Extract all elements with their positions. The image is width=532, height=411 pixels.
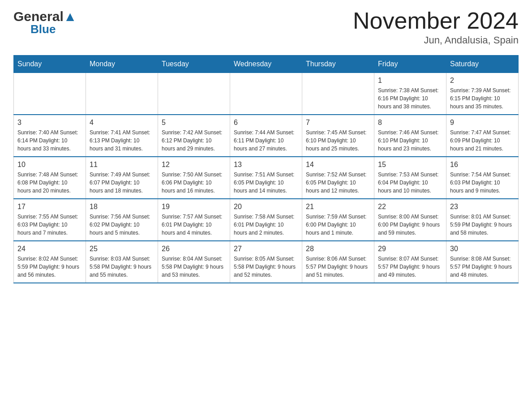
logo: General ▲ Blue xyxy=(13,9,77,36)
day-info: Sunrise: 7:49 AM Sunset: 6:07 PM Dayligh… xyxy=(90,171,154,195)
day-info: Sunrise: 7:39 AM Sunset: 6:15 PM Dayligh… xyxy=(450,86,515,111)
calendar-table: SundayMondayTuesdayWednesdayThursdayFrid… xyxy=(13,55,519,283)
location-text: Jun, Andalusia, Spain xyxy=(353,34,519,46)
day-info: Sunrise: 7:40 AM Sunset: 6:14 PM Dayligh… xyxy=(17,128,82,153)
day-info: Sunrise: 7:44 AM Sunset: 6:11 PM Dayligh… xyxy=(234,128,298,153)
day-number: 7 xyxy=(306,119,370,127)
day-info: Sunrise: 7:41 AM Sunset: 6:13 PM Dayligh… xyxy=(90,128,154,153)
day-info: Sunrise: 7:58 AM Sunset: 6:01 PM Dayligh… xyxy=(234,213,298,237)
day-info: Sunrise: 8:03 AM Sunset: 5:58 PM Dayligh… xyxy=(90,255,154,279)
calendar-week-row: 24Sunrise: 8:02 AM Sunset: 5:59 PM Dayli… xyxy=(14,241,519,283)
title-section: November 2024 Jun, Andalusia, Spain xyxy=(353,9,519,46)
calendar-cell: 6Sunrise: 7:44 AM Sunset: 6:11 PM Daylig… xyxy=(230,115,302,157)
day-number: 16 xyxy=(450,161,515,169)
day-info: Sunrise: 7:46 AM Sunset: 6:10 PM Dayligh… xyxy=(378,128,442,153)
day-number: 12 xyxy=(162,161,226,169)
day-number: 21 xyxy=(306,203,370,211)
day-header-wednesday: Wednesday xyxy=(230,56,302,73)
calendar-cell: 22Sunrise: 8:00 AM Sunset: 6:00 PM Dayli… xyxy=(374,199,446,241)
calendar-cell: 28Sunrise: 8:06 AM Sunset: 5:57 PM Dayli… xyxy=(302,241,374,283)
day-number: 15 xyxy=(378,161,442,169)
calendar-cell xyxy=(86,73,158,115)
day-info: Sunrise: 7:45 AM Sunset: 6:10 PM Dayligh… xyxy=(306,128,370,153)
day-info: Sunrise: 7:52 AM Sunset: 6:05 PM Dayligh… xyxy=(306,171,370,195)
logo-blue-part: ▲ xyxy=(64,9,77,24)
day-info: Sunrise: 7:59 AM Sunset: 6:00 PM Dayligh… xyxy=(306,213,370,237)
day-info: Sunrise: 7:55 AM Sunset: 6:03 PM Dayligh… xyxy=(17,213,82,237)
day-info: Sunrise: 8:02 AM Sunset: 5:59 PM Dayligh… xyxy=(17,255,82,279)
day-number: 20 xyxy=(234,203,298,211)
calendar-cell: 15Sunrise: 7:53 AM Sunset: 6:04 PM Dayli… xyxy=(374,157,446,199)
calendar-cell: 1Sunrise: 7:38 AM Sunset: 6:16 PM Daylig… xyxy=(374,73,446,115)
day-number: 30 xyxy=(450,245,515,253)
day-number: 2 xyxy=(450,77,515,85)
calendar-cell: 17Sunrise: 7:55 AM Sunset: 6:03 PM Dayli… xyxy=(14,199,86,241)
day-header-monday: Monday xyxy=(86,56,158,73)
calendar-cell: 8Sunrise: 7:46 AM Sunset: 6:10 PM Daylig… xyxy=(374,115,446,157)
calendar-cell: 11Sunrise: 7:49 AM Sunset: 6:07 PM Dayli… xyxy=(86,157,158,199)
day-number: 10 xyxy=(17,161,82,169)
day-number: 13 xyxy=(234,161,298,169)
day-info: Sunrise: 8:05 AM Sunset: 5:58 PM Dayligh… xyxy=(234,255,298,279)
day-header-tuesday: Tuesday xyxy=(158,56,230,73)
calendar-cell xyxy=(14,73,86,115)
day-number: 25 xyxy=(90,245,154,253)
page-header: General ▲ Blue November 2024 Jun, Andalu… xyxy=(13,9,519,46)
day-number: 19 xyxy=(162,203,226,211)
day-info: Sunrise: 8:04 AM Sunset: 5:58 PM Dayligh… xyxy=(162,255,226,279)
calendar-body: 1Sunrise: 7:38 AM Sunset: 6:16 PM Daylig… xyxy=(14,73,519,283)
calendar-cell: 19Sunrise: 7:57 AM Sunset: 6:01 PM Dayli… xyxy=(158,199,230,241)
day-info: Sunrise: 8:01 AM Sunset: 5:59 PM Dayligh… xyxy=(450,213,515,237)
day-info: Sunrise: 7:50 AM Sunset: 6:06 PM Dayligh… xyxy=(162,171,226,195)
day-number: 26 xyxy=(162,245,226,253)
logo-general: General xyxy=(13,9,64,24)
day-info: Sunrise: 7:48 AM Sunset: 6:08 PM Dayligh… xyxy=(17,171,82,195)
calendar-cell: 3Sunrise: 7:40 AM Sunset: 6:14 PM Daylig… xyxy=(14,115,86,157)
month-year-title: November 2024 xyxy=(353,9,519,32)
day-header-sunday: Sunday xyxy=(14,56,86,73)
logo-blue-text: Blue xyxy=(30,22,77,36)
day-header-saturday: Saturday xyxy=(446,56,519,73)
calendar-cell: 13Sunrise: 7:51 AM Sunset: 6:05 PM Dayli… xyxy=(230,157,302,199)
calendar-header: SundayMondayTuesdayWednesdayThursdayFrid… xyxy=(14,56,519,73)
day-info: Sunrise: 7:47 AM Sunset: 6:09 PM Dayligh… xyxy=(450,128,515,153)
calendar-cell: 4Sunrise: 7:41 AM Sunset: 6:13 PM Daylig… xyxy=(86,115,158,157)
day-number: 22 xyxy=(378,203,442,211)
day-info: Sunrise: 7:51 AM Sunset: 6:05 PM Dayligh… xyxy=(234,171,298,195)
calendar-week-row: 1Sunrise: 7:38 AM Sunset: 6:16 PM Daylig… xyxy=(14,73,519,115)
calendar-cell: 18Sunrise: 7:56 AM Sunset: 6:02 PM Dayli… xyxy=(86,199,158,241)
calendar-cell: 14Sunrise: 7:52 AM Sunset: 6:05 PM Dayli… xyxy=(302,157,374,199)
calendar-cell: 25Sunrise: 8:03 AM Sunset: 5:58 PM Dayli… xyxy=(86,241,158,283)
day-info: Sunrise: 7:57 AM Sunset: 6:01 PM Dayligh… xyxy=(162,213,226,237)
day-number: 18 xyxy=(90,203,154,211)
day-number: 3 xyxy=(17,119,82,127)
day-info: Sunrise: 8:06 AM Sunset: 5:57 PM Dayligh… xyxy=(306,255,370,279)
calendar-cell: 21Sunrise: 7:59 AM Sunset: 6:00 PM Dayli… xyxy=(302,199,374,241)
calendar-cell: 9Sunrise: 7:47 AM Sunset: 6:09 PM Daylig… xyxy=(446,115,519,157)
day-info: Sunrise: 7:56 AM Sunset: 6:02 PM Dayligh… xyxy=(90,213,154,237)
day-number: 28 xyxy=(306,245,370,253)
calendar-cell: 12Sunrise: 7:50 AM Sunset: 6:06 PM Dayli… xyxy=(158,157,230,199)
calendar-cell: 29Sunrise: 8:07 AM Sunset: 5:57 PM Dayli… xyxy=(374,241,446,283)
calendar-week-row: 3Sunrise: 7:40 AM Sunset: 6:14 PM Daylig… xyxy=(14,115,519,157)
day-header-thursday: Thursday xyxy=(302,56,374,73)
calendar-cell: 16Sunrise: 7:54 AM Sunset: 6:03 PM Dayli… xyxy=(446,157,519,199)
day-number: 6 xyxy=(234,119,298,127)
day-info: Sunrise: 8:08 AM Sunset: 5:57 PM Dayligh… xyxy=(450,255,515,279)
logo-line1: General ▲ xyxy=(13,9,77,24)
calendar-cell xyxy=(230,73,302,115)
calendar-cell: 27Sunrise: 8:05 AM Sunset: 5:58 PM Dayli… xyxy=(230,241,302,283)
day-number: 4 xyxy=(90,119,154,127)
day-number: 14 xyxy=(306,161,370,169)
day-info: Sunrise: 7:42 AM Sunset: 6:12 PM Dayligh… xyxy=(162,128,226,153)
day-info: Sunrise: 7:38 AM Sunset: 6:16 PM Dayligh… xyxy=(378,86,442,111)
day-number: 1 xyxy=(378,77,442,85)
day-info: Sunrise: 7:53 AM Sunset: 6:04 PM Dayligh… xyxy=(378,171,442,195)
day-info: Sunrise: 7:54 AM Sunset: 6:03 PM Dayligh… xyxy=(450,171,515,195)
calendar-cell: 7Sunrise: 7:45 AM Sunset: 6:10 PM Daylig… xyxy=(302,115,374,157)
day-number: 11 xyxy=(90,161,154,169)
calendar-cell: 5Sunrise: 7:42 AM Sunset: 6:12 PM Daylig… xyxy=(158,115,230,157)
calendar-cell: 30Sunrise: 8:08 AM Sunset: 5:57 PM Dayli… xyxy=(446,241,519,283)
calendar-cell: 26Sunrise: 8:04 AM Sunset: 5:58 PM Dayli… xyxy=(158,241,230,283)
calendar-cell xyxy=(158,73,230,115)
